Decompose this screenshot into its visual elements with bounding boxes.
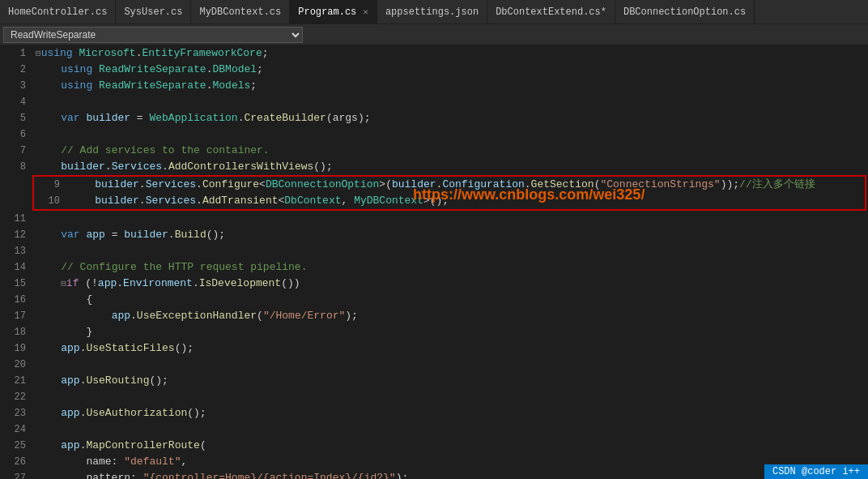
tab-label: MyDBContext.cs [199,6,281,18]
code-line-4: 4 [0,94,868,110]
tab-appsettings[interactable]: appsettings.json [377,0,487,24]
code-line-12: 12 var app = builder.Build(); [0,227,868,243]
code-line-5: 5 var builder = WebApplication.CreateBui… [0,110,868,126]
code-line-3: 3 using ReadWriteSeparate.Models; [0,78,868,94]
code-line-14: 14 // Configure the HTTP request pipelin… [0,259,868,276]
tab-bar: HomeController.cs SysUser.cs MyDBContext… [0,0,868,24]
tab-label: DbContextExtend.cs* [496,6,606,18]
code-line-10: 10 builder.Services.AddTransient<DbConte… [34,193,865,209]
tab-dbconnectionoption[interactable]: DBConnectionOption.cs [615,0,755,24]
namespace-dropdown[interactable]: ReadWriteSeparate [3,27,303,43]
toolbar-row: ReadWriteSeparate [0,24,868,45]
code-line-2: 2 using ReadWriteSeparate.DBModel; [0,62,868,78]
code-line-22: 22 [0,389,868,405]
tab-homecontroller[interactable]: HomeController.cs [0,0,116,24]
code-line-9: 9 builder.Services.Configure<DBConnectio… [34,177,865,193]
tab-dbcontextextend[interactable]: DbContextExtend.cs* [487,0,615,24]
code-line-11: 11 [0,211,868,227]
code-line-20: 20 [0,357,868,373]
code-line-24: 24 [0,421,868,438]
code-line-7: 7 // Add services to the container. [0,143,868,159]
code-line-26: 26 name: "default", [0,454,868,470]
tab-mydbcontext[interactable]: MyDBContext.cs [191,0,290,24]
tab-label: HomeController.cs [8,6,107,18]
code-line-16: 16 { [0,292,868,308]
code-line-15: 15 ⊟if (!app.Environment.IsDevelopment()… [0,276,868,292]
code-line-21: 21 app.UseRouting(); [0,373,868,389]
code-line-27: 27 pattern: "{controller=Home}/{action=I… [0,470,868,479]
tab-close-icon[interactable]: ✕ [363,6,368,17]
tab-program[interactable]: Program.cs ✕ [290,0,377,24]
status-text: CSDN @coder i++ [772,466,860,477]
code-line-8: 8 builder.Services.AddControllersWithVie… [0,159,868,175]
highlight-block: 9 builder.Services.Configure<DBConnectio… [32,175,866,211]
code-line-23: 23 app.UseAuthorization(); [0,405,868,421]
code-line-19: 19 app.UseStaticFiles(); [0,340,868,357]
status-bar: CSDN @coder i++ [764,464,868,479]
tab-sysuser[interactable]: SysUser.cs [116,0,191,24]
tab-label: appsettings.json [385,6,479,18]
code-line-25: 25 app.MapControllerRoute( [0,438,868,454]
code-editor[interactable]: 1 ⊟using Microsoft.EntityFrameworkCore; … [0,45,868,479]
code-line-1: 1 ⊟using Microsoft.EntityFrameworkCore; [0,45,868,62]
code-line-18: 18 } [0,324,868,340]
code-line-6: 6 [0,126,868,143]
tab-label: Program.cs [298,6,356,18]
code-line-17: 17 app.UseExceptionHandler("/Home/Error"… [0,308,868,324]
code-line-13: 13 [0,243,868,259]
tab-label: SysUser.cs [124,6,182,18]
tab-label: DBConnectionOption.cs [623,6,746,18]
